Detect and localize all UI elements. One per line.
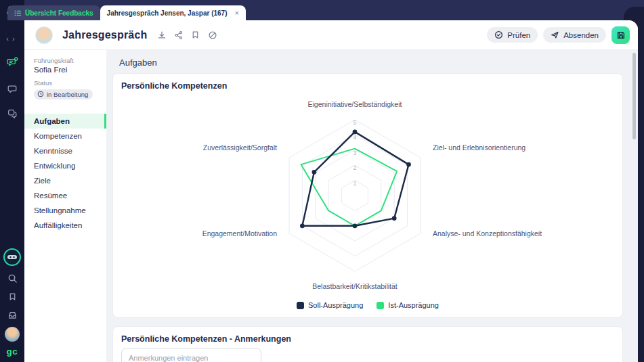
page-title: Jahresgespräch — [62, 29, 148, 41]
svg-text:4: 4 — [353, 134, 356, 141]
tab-label: Übersicht Feedbacks — [25, 9, 93, 17]
radar-axis-label: Ziel- und Erlebnisorientierung — [433, 143, 525, 152]
chat-icon[interactable] — [6, 83, 18, 95]
svg-text:5: 5 — [353, 119, 356, 126]
soll-swatch — [297, 302, 304, 309]
download-icon[interactable] — [156, 29, 168, 41]
clock-icon — [37, 91, 44, 97]
radar-axis-label: Engagement/Motivation — [202, 229, 277, 237]
pruefen-button[interactable]: Prüfen — [487, 27, 538, 43]
radar-chart: 12345Eigeninitiative/SelbständigkeitZiel… — [113, 74, 624, 319]
sidebar-item-auffaelligkeiten[interactable]: Auffälligkeiten — [24, 218, 106, 233]
anmerkungen-card: Persönliche Kompetenzen - Anmerkungen — [112, 326, 623, 362]
anonymize-icon[interactable] — [207, 29, 219, 41]
tab-label: Jahresgespräch Jensen, Jaspar (167) — [107, 9, 228, 17]
sidebar-item-stellungnahme[interactable]: Stellungnahme — [24, 203, 106, 218]
anmerkungen-input[interactable] — [121, 348, 261, 362]
window-header: Jahresgespräch Prüfen — [24, 20, 638, 50]
kompetenzen-card-title: Persönliche Kompetenzen — [121, 81, 227, 91]
conversations-icon[interactable] — [6, 108, 18, 120]
radar-axis-label: Zuverlässigkeit/Sorgfalt — [203, 143, 277, 152]
app-window: Jahresgespräch Prüfen — [0, 0, 644, 362]
chart-legend: Soll-Ausprägung Ist-Ausprägung — [113, 301, 622, 309]
status-label: Status — [34, 79, 101, 87]
gc-logo: gc — [7, 346, 18, 357]
employee-avatar — [35, 26, 53, 44]
user-avatar[interactable] — [5, 327, 20, 342]
absenden-button[interactable]: Absenden — [543, 27, 606, 43]
legend-item-soll[interactable]: Soll-Ausprägung — [297, 301, 363, 309]
history-nav: ‹› — [6, 35, 18, 43]
kompetenzen-card: Persönliche Kompetenzen 12345Eigeninitia… — [112, 73, 623, 318]
assistant-bot-avatar[interactable] — [3, 248, 21, 266]
main-content: Aufgaben Persönliche Kompetenzen 12345Ei… — [107, 50, 638, 362]
radar-axis-label: Eigeninitiative/Selbständigkeit — [308, 100, 402, 108]
sidebar-item-kenntnisse[interactable]: Kenntnisse — [24, 143, 106, 158]
legend-item-ist[interactable]: Ist-Ausprägung — [377, 301, 439, 309]
radar-axis-label: Belastbarkeit/Kritikstabilität — [312, 282, 398, 290]
pruefen-label: Prüfen — [507, 31, 530, 39]
tab-close-icon[interactable]: × — [235, 9, 239, 17]
sidebar-item-aufgaben[interactable]: Aufgaben — [24, 114, 106, 129]
tab-uebersicht-feedbacks[interactable]: Übersicht Feedbacks — [7, 5, 100, 20]
record-sidebar: Führungskraft Sofia Frei Status in Bearb… — [24, 50, 107, 362]
tab-bar: Übersicht Feedbacks Jahresgespräch Jense… — [7, 5, 246, 20]
anmerkungen-card-title: Persönliche Kompetenzen - Anmerkungen — [121, 334, 291, 344]
svg-text:1: 1 — [353, 180, 356, 187]
back-icon[interactable]: ‹ — [6, 35, 12, 43]
feedback-window: Jahresgespräch Prüfen — [24, 20, 638, 362]
status-value: in Bearbeitung — [47, 91, 88, 98]
svg-text:2: 2 — [353, 164, 356, 171]
scrollbar-thumb[interactable] — [632, 53, 636, 139]
tab-jahresgespraech[interactable]: Jahresgespräch Jensen, Jaspar (167) × — [100, 5, 246, 20]
feedback-settings-icon[interactable] — [6, 56, 18, 68]
share-icon[interactable] — [173, 29, 185, 41]
save-button[interactable] — [611, 26, 630, 44]
section-nav: Aufgaben Kompetenzen Kenntnisse Entwickl… — [24, 114, 106, 233]
ist-swatch — [377, 302, 384, 309]
fuehrungskraft-label: Führungskraft — [34, 57, 101, 64]
bookmarks-icon[interactable] — [6, 290, 18, 302]
search-icon[interactable] — [6, 272, 18, 284]
sidebar-item-kompetenzen[interactable]: Kompetenzen — [24, 129, 106, 143]
soll-label: Soll-Ausprägung — [308, 301, 363, 309]
inbox-icon[interactable] — [6, 309, 18, 321]
radar-axis-label: Analyse- und Konzeptionsfähigkeit — [433, 229, 542, 237]
forward-icon[interactable]: › — [12, 35, 18, 43]
ist-label: Ist-Ausprägung — [388, 301, 439, 309]
sidebar-item-entwicklung[interactable]: Entwicklung — [24, 158, 106, 173]
list-icon — [14, 9, 22, 17]
sidebar-item-ziele[interactable]: Ziele — [24, 173, 106, 188]
app-rail: ‹› gc — [0, 0, 24, 362]
absenden-label: Absenden — [563, 31, 599, 39]
bookmark-icon[interactable] — [190, 29, 202, 41]
sidebar-item-resuemee[interactable]: Resümee — [24, 188, 106, 203]
fuehrungskraft-name: Sofia Frei — [34, 66, 101, 74]
svg-text:3: 3 — [353, 150, 356, 156]
section-title: Aufgaben — [119, 58, 157, 68]
status-badge: in Bearbeitung — [34, 89, 93, 99]
